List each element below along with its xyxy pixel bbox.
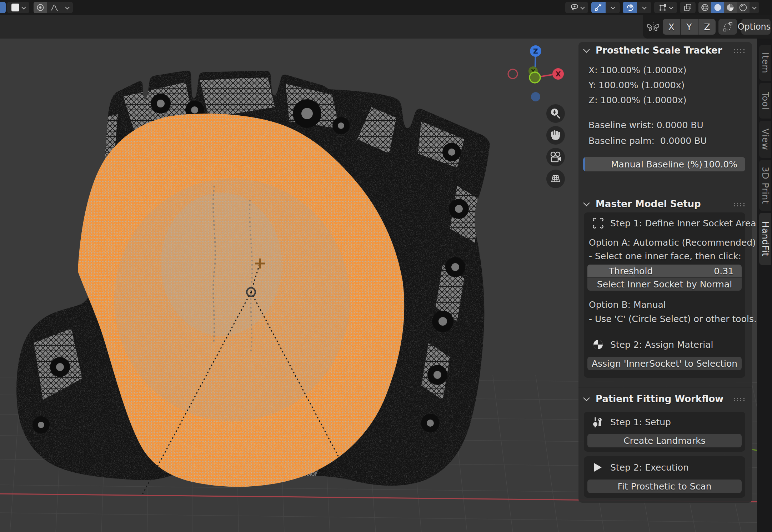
pf-step1-label: Step 1: Setup — [610, 417, 671, 427]
mirror-butterfly-icon — [646, 21, 660, 33]
overlays-icon — [683, 3, 692, 12]
manual-baseline-value: 100.0% — [703, 159, 737, 170]
overlays-toggle[interactable] — [680, 2, 696, 13]
ortho-toggle-button[interactable] — [546, 170, 565, 188]
chevron-down-icon — [580, 5, 585, 9]
panel-divider — [578, 387, 752, 387]
selectability-dropdown[interactable] — [565, 2, 588, 13]
shading-material-button[interactable] — [724, 2, 737, 13]
select-inner-socket-button[interactable]: Select Inner Socket by Normal — [587, 278, 742, 291]
snapping-group — [591, 2, 620, 13]
panel-grip-icon[interactable] — [733, 49, 746, 53]
material-preview-sphere-icon — [726, 3, 735, 12]
collapse-chevron-icon[interactable] — [583, 200, 590, 206]
slider-fill — [583, 157, 585, 171]
proportional-projected-toggle[interactable] — [718, 19, 737, 35]
execution-box: Step 2: Execution Fit Prosthetic to Scan — [584, 456, 745, 498]
option-b-hint: - Use 'C' (Circle Select) or other tools… — [589, 314, 757, 324]
collapse-chevron-icon[interactable] — [583, 395, 590, 401]
options-label: Options — [738, 22, 771, 32]
step1-define-label: Step 1: Define Inner Socket Area — [610, 218, 756, 229]
tab-handfit[interactable]: HandFit — [759, 213, 771, 265]
chevron-down-icon — [21, 5, 26, 9]
tab-3d-print[interactable]: 3D Print — [759, 160, 771, 211]
panel-title-scale-tracker[interactable]: Prosthetic Scale Tracker — [596, 45, 722, 56]
shading-wireframe-button[interactable] — [698, 2, 711, 13]
setup-box: Step 1: Setup Create Landmarks — [584, 412, 745, 452]
snap-toggle[interactable] — [591, 2, 606, 13]
chevron-down-icon — [65, 5, 70, 9]
face-select-icon — [592, 217, 604, 229]
panel-title-patient-fitting[interactable]: Patient Fitting Workflow — [596, 393, 723, 404]
scale-z-readout: Z: 100.00% (1.0000x) — [588, 95, 686, 105]
step2-assign-label: Step 2: Assign Material — [610, 340, 713, 350]
falloff-dropdown[interactable] — [61, 2, 73, 13]
proportional-circle-icon — [36, 4, 44, 11]
shading-dropdown[interactable] — [750, 2, 759, 13]
handfit-panel: Prosthetic Scale Tracker X: 100.00% (1.0… — [578, 42, 752, 503]
falloff-type-button[interactable] — [47, 2, 61, 13]
proportional-editing-toggle[interactable] — [34, 2, 47, 13]
panel-grip-icon[interactable] — [733, 202, 746, 207]
rendered-sphere-icon — [739, 3, 747, 12]
mirror-x-button[interactable]: X — [663, 19, 680, 35]
viewport-header — [0, 0, 772, 15]
sidebar-tab-strip: Item Tool View 3D Print HandFit — [757, 39, 772, 532]
active-material-swatch[interactable] — [7, 2, 29, 13]
tool-settings-bar: X Y Z Options — [0, 15, 772, 39]
chevron-down-icon — [752, 5, 757, 9]
shading-solid-button[interactable] — [711, 2, 724, 13]
pan-button[interactable] — [546, 126, 565, 145]
threshold-slider[interactable]: Threshold 0.31 — [587, 265, 742, 277]
chevron-down-icon — [642, 5, 647, 9]
scale-x-readout: X: 100.00% (1.0000x) — [588, 65, 686, 75]
mirror-options-container: X Y Z Options — [643, 15, 772, 39]
gizmo-axis-y-front[interactable] — [530, 72, 540, 83]
mode-icon-button[interactable] — [0, 2, 6, 13]
mirror-y-button[interactable]: Y — [681, 19, 698, 35]
fit-prosthetic-button[interactable]: Fit Prosthetic to Scan — [587, 480, 742, 493]
pivot-point-button[interactable] — [623, 2, 637, 13]
baseline-palm-readout: Baseline palm: 0.0000 BU — [588, 136, 707, 146]
gizmos-dropdown[interactable] — [654, 2, 677, 13]
mirror-z-button[interactable]: Z — [698, 19, 716, 35]
proportional-editing-group — [34, 2, 73, 13]
blender-window: { "colors":{ "accent_blue":"#4772b3","se… — [0, 0, 772, 532]
gizmo-axis-z-neg[interactable] — [531, 92, 540, 101]
master-model-box: Step 1: Define Inner Socket Area Option … — [584, 212, 745, 378]
swatch-white — [11, 4, 19, 11]
threshold-label: Threshold — [609, 266, 653, 276]
create-landmarks-button[interactable]: Create Landmarks — [587, 434, 742, 447]
collapse-chevron-icon[interactable] — [583, 46, 590, 52]
chevron-down-icon — [611, 5, 615, 9]
pivot-group — [623, 2, 651, 13]
options-dropdown[interactable]: Options — [741, 19, 771, 35]
manual-baseline-slider[interactable]: Manual Baseline (%) 100.0% — [583, 157, 745, 171]
threshold-value: 0.31 — [714, 266, 734, 276]
gizmo-icon — [659, 3, 667, 12]
smooth-falloff-icon — [50, 4, 59, 11]
option-b-label: Option B: Manual — [589, 300, 666, 310]
scale-y-readout: Y: 100.00% (1.0000x) — [588, 80, 685, 90]
baseline-wrist-readout: Baseline wrist: 0.0000 BU — [588, 120, 703, 130]
pf-step2-label: Step 2: Execution — [610, 462, 689, 473]
panel-title-master-model[interactable]: Master Model Setup — [596, 199, 701, 209]
gizmo-z-label: Z — [533, 47, 538, 55]
manual-baseline-label: Manual Baseline (%) — [611, 159, 702, 170]
tab-tool[interactable]: Tool — [759, 83, 771, 119]
zoom-button[interactable] — [546, 104, 565, 123]
option-a-hint: - Select one inner face, then click: — [589, 251, 741, 261]
wireframe-sphere-icon — [701, 3, 709, 12]
snap-icon — [594, 3, 603, 12]
snap-dropdown[interactable] — [606, 2, 620, 13]
pivot-dropdown[interactable] — [637, 2, 651, 13]
assign-innersocket-button[interactable]: Assign 'InnerSocket' to Selection — [587, 357, 742, 370]
camera-view-button[interactable] — [546, 148, 565, 166]
panel-grip-icon[interactable] — [733, 397, 746, 402]
shading-rendered-button[interactable] — [737, 2, 750, 13]
option-a-label: Option A: Automatic (Recommended) — [589, 237, 756, 248]
eye-cursor-icon — [570, 3, 579, 12]
panel-divider — [578, 188, 752, 188]
tab-view[interactable]: View — [759, 121, 771, 158]
tab-item[interactable]: Item — [759, 45, 771, 81]
